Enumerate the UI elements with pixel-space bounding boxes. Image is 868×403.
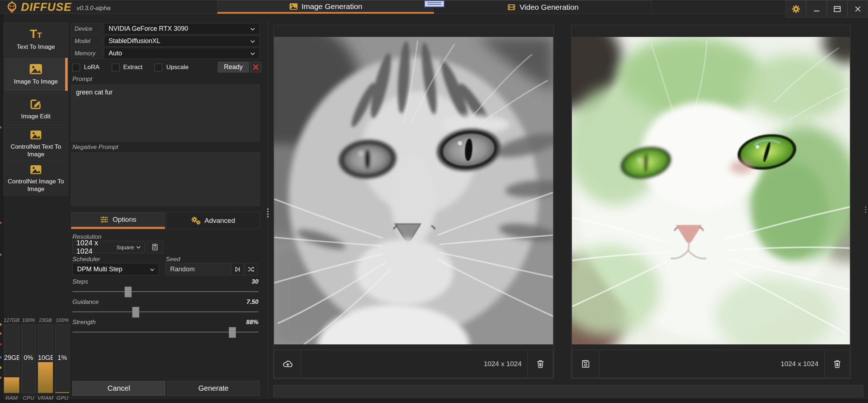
upload-image-button[interactable] (274, 350, 302, 378)
meter-vram: 23GB 10GB VRAM (38, 317, 53, 401)
sidebar-item-image-to-image[interactable]: Image To Image (4, 58, 68, 91)
steps-slider-track[interactable] (72, 291, 258, 292)
prompt-input[interactable]: green cat fur (71, 85, 260, 141)
model-select[interactable]: StableDiffusionXL (104, 35, 260, 47)
lora-checkbox[interactable] (72, 64, 80, 71)
meter-bar: 1% (55, 324, 69, 393)
edge-artifact (0, 366, 1, 369)
save-image-button[interactable] (572, 350, 599, 378)
model-label: Model (71, 35, 103, 47)
app-name: DIFFUSE (21, 1, 72, 14)
seed-input[interactable]: Random (165, 263, 231, 275)
tab-image-generation[interactable]: Image Generation (217, 0, 434, 14)
device-select[interactable]: NVIDIA GeForce RTX 3090 (104, 23, 260, 34)
reuse-seed-icon (234, 266, 241, 273)
lora-label: LoRA (84, 64, 100, 71)
strength-slider-block: Strength 88% (72, 319, 258, 338)
tab-label: Advanced (205, 217, 235, 225)
text-icon: TT (30, 29, 42, 41)
robot-mascot-icon (5, 1, 19, 14)
negative-prompt-input[interactable] (71, 152, 260, 206)
edit-icon (29, 98, 42, 110)
guidance-slider-track[interactable] (72, 311, 258, 313)
image-size: 1024 x 1024 (484, 360, 522, 368)
scheduler-select[interactable]: DPM Multi Step (72, 263, 159, 275)
delete-generated-image-button[interactable] (825, 350, 850, 378)
meter-fill (4, 377, 19, 393)
splitter-grip[interactable] (266, 207, 269, 219)
sidebar-item-label: ControlNet Image To Image (4, 178, 68, 193)
horizontal-scrollbar[interactable] (273, 385, 863, 397)
right-edge-grip[interactable] (865, 205, 866, 214)
negative-prompt-label: Negative Prompt (72, 144, 118, 151)
sidebar-item-label: Text To Image (17, 43, 55, 51)
close-button[interactable] (847, 0, 868, 18)
gears-icon (191, 216, 201, 225)
randomize-seed-button[interactable] (245, 263, 257, 275)
settings-gear-button[interactable] (785, 0, 806, 18)
resource-meters: 127GB 29GB RAM 100% 0% CPU 23GB 10GB VRA… (4, 317, 69, 401)
resolution-calculator-button[interactable] (147, 241, 163, 253)
calculator-icon (151, 243, 159, 251)
upscale-checkbox[interactable] (155, 64, 162, 71)
film-icon (507, 3, 516, 12)
meter-max: 100% (55, 317, 69, 324)
guidance-slider-thumb[interactable] (132, 307, 139, 318)
steps-slider-block: Steps 30 (72, 278, 258, 297)
sidebar-item-image-edit[interactable]: Image Edit (4, 92, 68, 126)
chevron-down-icon (250, 50, 255, 57)
tab-options[interactable]: Options (71, 212, 165, 229)
minimize-button[interactable] (806, 0, 827, 18)
maximize-button[interactable] (827, 0, 847, 18)
meter-ram: 127GB 29GB RAM (4, 317, 20, 401)
tab-advanced[interactable]: Advanced (166, 212, 260, 229)
cancel-button[interactable]: Cancel (72, 381, 165, 396)
edge-artifact (0, 332, 1, 335)
steps-label: Steps (72, 278, 88, 287)
app-version: v0.3.0-alpha (77, 5, 111, 12)
strength-label: Strength (72, 319, 96, 327)
unload-model-button[interactable] (250, 62, 261, 72)
steps-slider-thumb[interactable] (125, 287, 132, 297)
edge-artifact (0, 222, 1, 224)
title-bar: DIFFUSE v0.3.0-alpha Image Generation (0, 0, 868, 14)
reuse-seed-button[interactable] (231, 263, 244, 275)
upscale-label: Upscale (166, 64, 188, 71)
desktop-edge (0, 0, 3, 403)
options-tabstrip: Options Advanced (71, 212, 260, 229)
meter-max: 100% (21, 317, 36, 324)
resolution-value: 1024 x 1024 (76, 239, 111, 255)
shuffle-icon (247, 266, 255, 273)
generated-image-status-bar: 1024 x 1024 (599, 350, 825, 378)
generated-image-photo (572, 37, 850, 344)
scheduler-label: Scheduler (72, 256, 100, 263)
source-image-status-bar: 1024 x 1024 (302, 350, 528, 378)
extract-checkbox[interactable] (112, 64, 119, 71)
window-drag-handle[interactable] (424, 0, 444, 7)
sidebar-item-controlnet-text-to-image[interactable]: ControlNet Text To Image (4, 127, 68, 161)
sidebar-item-controlnet-image-to-image[interactable]: ControlNet Image To Image (4, 162, 68, 195)
image-icon (30, 130, 42, 140)
floppy-save-icon (581, 359, 591, 369)
prompt-label: Prompt (72, 76, 92, 83)
sidebar-item-text-to-image[interactable]: TT Text To Image (4, 23, 68, 56)
generate-button[interactable]: Generate (167, 381, 260, 396)
maximize-icon (833, 5, 842, 13)
generated-image-panel: 1024 x 1024 (571, 25, 851, 379)
meter-gpu: 100% 1% GPU (55, 317, 69, 401)
image-icon (29, 63, 43, 75)
meter-bar: 10GB (38, 324, 53, 393)
red-x-icon (252, 64, 259, 71)
image-icon (30, 164, 42, 175)
guidance-value: 7.50 (247, 298, 258, 307)
delete-source-image-button[interactable] (528, 350, 553, 378)
resolution-preset-select[interactable]: 1024 x 1024 Square (72, 241, 145, 253)
tab-video-generation[interactable]: Video Generation (434, 0, 652, 14)
trash-icon (536, 359, 545, 369)
image-size: 1024 x 1024 (780, 360, 818, 368)
resolution-preset: Square (117, 244, 134, 250)
tab-label: Options (113, 216, 136, 224)
memory-select[interactable]: Auto (104, 48, 260, 59)
strength-slider-thumb[interactable] (229, 327, 236, 338)
device-value: NVIDIA GeForce RTX 3090 (109, 25, 188, 33)
